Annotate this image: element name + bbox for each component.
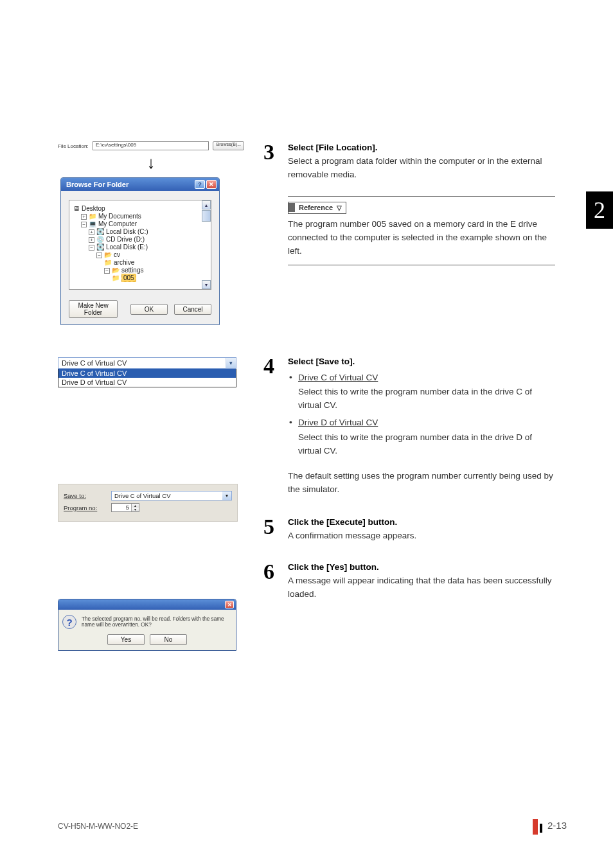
question-icon: ? xyxy=(62,615,76,629)
cd-icon: 💿 xyxy=(96,236,104,243)
arrow-down-icon: ↓ xyxy=(58,154,244,171)
folder-icon: 📁 xyxy=(112,274,120,281)
program-no-value: 5 xyxy=(112,504,131,511)
collapse-icon[interactable]: − xyxy=(104,268,110,274)
program-no-spinner[interactable]: 5 ▴ ▾ xyxy=(111,503,139,512)
save-to-label: Save to: xyxy=(64,492,111,499)
collapse-icon[interactable]: − xyxy=(89,245,94,251)
step-4-default-text: The default setting uses the program num… xyxy=(288,470,555,497)
close-icon[interactable]: ✕ xyxy=(225,601,234,608)
step-4-opt2-label: Drive D of Virtual CV xyxy=(298,416,378,430)
desktop-icon: 🖥 xyxy=(73,205,80,212)
step-3: 3 Select [File Location]. Select a progr… xyxy=(263,141,555,265)
tree-desktop[interactable]: Desktop xyxy=(82,205,105,212)
dropdown-option-drive-c[interactable]: Drive C of Virtual CV xyxy=(58,369,236,378)
tree-cv[interactable]: cv xyxy=(114,251,120,258)
save-to-panel: Save to: Drive C of Virtual CV ▾ Program… xyxy=(58,484,238,522)
step-6-title: Click the [Yes] button. xyxy=(288,562,379,572)
cancel-button[interactable]: Cancel xyxy=(174,304,211,315)
step-4-title: Select [Save to]. xyxy=(288,357,355,366)
browse-folder-dialog: Browse For Folder ? ✕ ▴ ▾ 🖥Desktop +📁My … xyxy=(60,177,220,325)
tree-archive[interactable]: archive xyxy=(114,259,134,266)
chevron-down-icon[interactable]: ▾ xyxy=(226,358,236,368)
browse-button[interactable]: Browse(B)... xyxy=(213,141,244,150)
page-footer: CV-H5N-M-WW-NO2-E 2-13 xyxy=(58,815,567,831)
save-to-select[interactable]: Drive C of Virtual CV ▾ xyxy=(111,491,232,500)
close-icon[interactable]: ✕ xyxy=(206,180,217,189)
ok-button[interactable]: OK xyxy=(130,304,168,315)
step-number: 4 xyxy=(263,355,288,497)
computer-icon: 💻 xyxy=(89,220,96,227)
tree-my-documents[interactable]: My Documents xyxy=(98,213,141,220)
no-button[interactable]: No xyxy=(150,634,187,645)
page-number: 2-13 xyxy=(547,820,567,831)
reference-text: The program number 005 saved on a memory… xyxy=(288,218,555,258)
expand-icon[interactable]: + xyxy=(81,214,87,220)
tree-settings[interactable]: settings xyxy=(121,267,143,274)
step-6-text: A message will appear indicating that th… xyxy=(288,576,552,599)
step-5-text: A confirmation message appears. xyxy=(288,531,416,540)
program-no-label: Program no: xyxy=(64,504,111,511)
file-location-row: File Location: E:\cv\settings\005 Browse… xyxy=(58,141,244,150)
step-6: 6 Click the [Yes] button. A message will… xyxy=(263,561,555,601)
chevron-down-icon[interactable]: ▾ xyxy=(222,492,231,500)
disk-icon: 💽 xyxy=(96,244,104,251)
folder-icon: 📁 xyxy=(89,213,96,220)
file-location-input[interactable]: E:\cv\settings\005 xyxy=(93,141,209,150)
confirm-dialog: ✕ ? The selected program no. will be rea… xyxy=(58,599,236,651)
tree-local-c[interactable]: Local Disk (C:) xyxy=(106,228,148,235)
yes-button[interactable]: Yes xyxy=(107,634,145,645)
tree-my-computer[interactable]: My Computer xyxy=(98,220,137,227)
confirm-message: The selected program no. will be read. F… xyxy=(82,616,232,628)
step-5: 5 Click the [Execute] button. A confirma… xyxy=(263,516,555,543)
dropdown-selected: Drive C of Virtual CV xyxy=(58,358,226,368)
file-location-label: File Location: xyxy=(58,143,93,149)
expand-icon[interactable]: + xyxy=(89,229,94,235)
doc-id: CV-H5N-M-WW-NO2-E xyxy=(58,822,138,831)
step-number: 3 xyxy=(263,141,288,265)
folder-icon: 📁 xyxy=(104,259,112,266)
help-icon[interactable]: ? xyxy=(195,180,205,189)
chapter-tab-marker: 2 xyxy=(586,191,613,229)
step-3-title: Select [File Location]. xyxy=(288,143,378,152)
tree-cd-d[interactable]: CD Drive (D:) xyxy=(106,236,145,243)
tree-selected-005[interactable]: 005 xyxy=(121,274,136,282)
step-4: 4 Select [Save to]. •Drive C of Virtual … xyxy=(263,355,555,497)
dropdown-option-drive-d[interactable]: Drive D of Virtual CV xyxy=(58,378,236,387)
step-3-text: Select a program data folder within the … xyxy=(288,156,542,179)
step-4-opt1-text: Select this to write the program number … xyxy=(298,385,555,412)
folder-icon: 📂 xyxy=(104,251,112,258)
disk-icon: 💽 xyxy=(96,228,104,235)
expand-icon[interactable]: + xyxy=(89,237,94,243)
step-4-opt1-label: Drive C of Virtual CV xyxy=(298,371,378,385)
tree-local-e[interactable]: Local Disk (E:) xyxy=(106,244,148,251)
step-4-opt2-text: Select this to write the program number … xyxy=(298,431,555,458)
save-to-dropdown[interactable]: Drive C of Virtual CV ▾ Drive C of Virtu… xyxy=(58,357,236,387)
scroll-thumb[interactable] xyxy=(202,210,211,222)
step-number: 6 xyxy=(263,561,288,601)
collapse-icon[interactable]: − xyxy=(96,252,102,258)
folder-icon: 📂 xyxy=(112,267,120,274)
scroll-up-icon[interactable]: ▴ xyxy=(202,200,211,209)
folder-tree[interactable]: ▴ ▾ 🖥Desktop +📁My Documents −💻My Compute… xyxy=(69,200,211,290)
make-new-folder-button[interactable]: Make New Folder xyxy=(69,300,118,318)
save-to-value: Drive C of Virtual CV xyxy=(112,492,222,500)
spinner-down-icon[interactable]: ▾ xyxy=(131,508,139,511)
reference-label: Reference▽ xyxy=(288,202,346,214)
dialog-title-bar: Browse For Folder ? ✕ xyxy=(61,178,219,191)
step-number: 5 xyxy=(263,516,288,543)
scroll-down-icon[interactable]: ▾ xyxy=(202,280,211,289)
step-5-title: Click the [Execute] button. xyxy=(288,517,397,527)
dialog-title: Browse For Folder xyxy=(66,181,129,188)
collapse-icon[interactable]: − xyxy=(81,222,87,227)
